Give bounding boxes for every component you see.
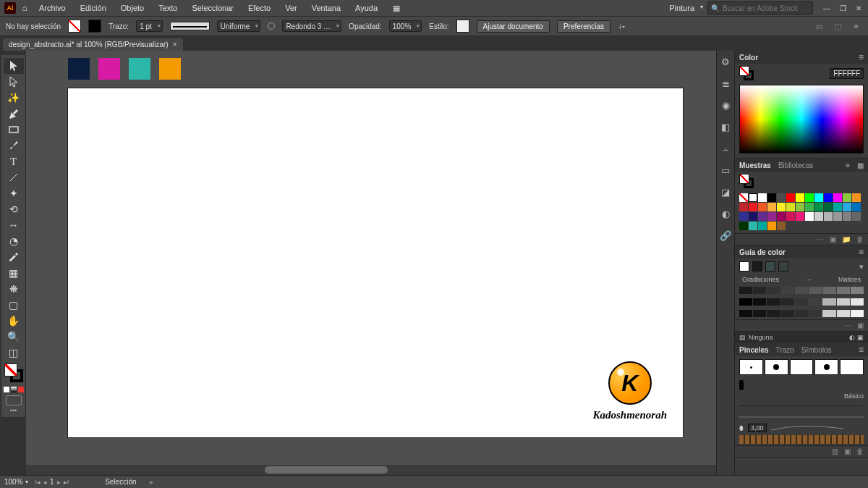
gradation-cell[interactable] — [739, 310, 752, 317]
layers-icon[interactable]: ≣ — [719, 77, 732, 90]
gradation-cell[interactable] — [767, 287, 780, 294]
window-close-icon[interactable]: ✕ — [854, 3, 864, 13]
color-mode-gradient-icon[interactable] — [11, 387, 17, 392]
gradation-cell[interactable] — [822, 298, 835, 306]
gradation-cell[interactable] — [837, 287, 850, 294]
logo-group[interactable]: K Kadoshmenorah — [592, 361, 667, 421]
swatch-cell[interactable] — [749, 203, 757, 211]
brush-opt-icon[interactable]: ◐ — [849, 334, 855, 341]
brush-thumb[interactable] — [765, 359, 788, 375]
next-artboard-icon[interactable]: ▸ — [57, 479, 61, 486]
guide-action-icon[interactable]: ⋯ — [844, 321, 851, 329]
gradation-cell[interactable] — [837, 298, 850, 306]
swatch-cell[interactable] — [758, 203, 767, 211]
symbol-sprayer-tool[interactable]: ❋ — [4, 281, 24, 297]
gradation-cell[interactable] — [809, 287, 822, 294]
artboard[interactable]: K Kadoshmenorah — [68, 88, 683, 437]
brush-size-field[interactable]: 3,00 — [748, 424, 767, 432]
gradation-cell[interactable] — [739, 287, 752, 294]
opacity-field[interactable]: 100% — [389, 20, 422, 32]
fill-color-icon[interactable] — [4, 363, 17, 376]
gradation-cell[interactable] — [822, 287, 835, 294]
guide-swatch[interactable] — [765, 261, 775, 272]
workspace-selector[interactable]: Pintura — [665, 2, 703, 14]
stroke-swatch[interactable] — [88, 20, 101, 33]
horizontal-scrollbar[interactable] — [26, 465, 716, 475]
brush-lib-icon[interactable]: ▥ — [832, 447, 838, 455]
swatch-cell[interactable] — [796, 203, 804, 211]
swatch-3[interactable] — [129, 58, 150, 80]
swatch-cell[interactable] — [814, 193, 823, 202]
gradation-cell[interactable] — [851, 310, 864, 317]
gradations-grid-2[interactable] — [735, 296, 868, 308]
window-minimize-icon[interactable]: — — [822, 3, 832, 13]
swatch-cell[interactable] — [777, 212, 786, 221]
new-group-icon[interactable]: 📁 — [842, 235, 851, 243]
new-brush-icon[interactable]: ▣ — [844, 447, 851, 455]
hex-value[interactable]: FFFFFF — [830, 68, 864, 79]
swatch-cell[interactable] — [824, 193, 833, 202]
stroke-profile[interactable] — [170, 22, 210, 30]
brush-stroke-preview[interactable] — [739, 411, 864, 421]
swatch-cell[interactable] — [739, 222, 748, 230]
panel-menu-icon[interactable]: ≡ — [859, 52, 864, 62]
swatch-1[interactable] — [68, 58, 90, 80]
menu-efecto[interactable]: Efecto — [242, 1, 276, 14]
swatch-cell[interactable] — [758, 212, 767, 221]
delete-swatch-icon[interactable]: 🗑 — [856, 235, 864, 243]
menu-ayuda[interactable]: Ayuda — [349, 1, 383, 14]
pathfinder-icon[interactable]: ◪ — [719, 185, 732, 198]
menu-seleccionar[interactable]: Seleccionar — [186, 1, 239, 14]
fill-stroke-control[interactable] — [4, 363, 23, 382]
brush-thumb[interactable] — [739, 359, 763, 375]
new-swatch-icon[interactable]: ▣ — [830, 235, 836, 243]
gradation-cell[interactable] — [837, 310, 850, 317]
graphic-style-swatch[interactable] — [456, 20, 469, 33]
swatch-cell[interactable] — [777, 222, 786, 230]
gradation-cell[interactable] — [795, 287, 808, 294]
direct-selection-tool[interactable] — [4, 74, 24, 90]
gradations-grid-3[interactable] — [735, 308, 868, 319]
status-arrow-icon[interactable]: ▸ — [150, 478, 153, 486]
pen-tool[interactable] — [4, 106, 24, 122]
swatch-cell[interactable] — [739, 193, 748, 202]
properties-icon[interactable]: ⚙ — [719, 55, 732, 68]
zoom-tool[interactable]: 🔍 — [4, 329, 24, 345]
gradient-tool[interactable]: ▦ — [4, 265, 24, 281]
isolate-icon[interactable]: ⬚ — [832, 20, 843, 32]
paintbrush-tool[interactable] — [4, 138, 24, 153]
links-icon[interactable]: 🔗 — [719, 229, 732, 242]
transparency-icon[interactable]: ◐ — [719, 207, 732, 220]
guide-swatch[interactable] — [752, 261, 762, 272]
selection-tool[interactable] — [4, 58, 24, 74]
gradation-cell[interactable] — [851, 298, 864, 306]
swatch-cell[interactable] — [833, 212, 842, 221]
gradation-cell[interactable] — [767, 298, 780, 306]
swatch-cell[interactable] — [852, 193, 861, 202]
gradation-cell[interactable] — [809, 310, 822, 317]
swatch-cell[interactable] — [843, 203, 851, 211]
gradation-cell[interactable] — [781, 310, 794, 317]
swatch-2[interactable] — [98, 58, 120, 80]
appearance-icon[interactable]: ◉ — [719, 98, 732, 112]
swatch-grid-view-icon[interactable]: ▦ — [857, 161, 864, 169]
swatch-cell[interactable] — [814, 212, 823, 221]
swatches-fillstroke-icon[interactable] — [739, 174, 754, 188]
gradation-cell[interactable] — [851, 287, 864, 294]
window-restore-icon[interactable]: ❐ — [838, 3, 848, 13]
preferences-button[interactable]: Preferencias — [557, 20, 610, 33]
fit-document-button[interactable]: Ajustar documento — [477, 20, 550, 33]
home-icon[interactable]: ⌂ — [19, 2, 30, 14]
menu-archivo[interactable]: Archivo — [33, 1, 72, 14]
hand-tool[interactable]: ✋ — [4, 313, 24, 329]
shaper-tool[interactable]: ✦ — [4, 185, 24, 201]
guide-dropdown-icon[interactable]: ▾ — [859, 262, 864, 272]
align-panel-icon[interactable]: ⫠ — [719, 142, 732, 155]
gradation-cell[interactable] — [822, 310, 835, 317]
panel-menu-icon[interactable]: ≡ — [859, 247, 864, 257]
swatch-cell[interactable] — [777, 203, 786, 211]
align-icon[interactable]: ⫞▾ — [618, 22, 625, 30]
swatch-cell[interactable] — [758, 193, 767, 202]
guide-base-swatch[interactable] — [739, 261, 749, 272]
stroke-tab[interactable]: Trazo — [776, 346, 794, 354]
